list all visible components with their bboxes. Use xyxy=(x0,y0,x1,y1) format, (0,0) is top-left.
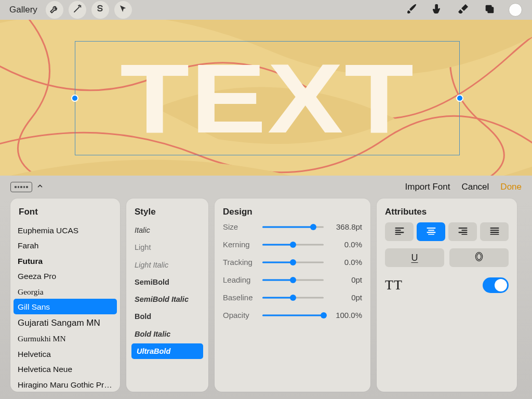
import-font-button[interactable]: Import Font xyxy=(405,182,450,192)
leading-label: Leading xyxy=(223,275,258,284)
canvas-text[interactable]: TEXT xyxy=(120,42,415,155)
leading-row: Leading 0pt xyxy=(223,275,362,284)
design-panel: Design Size 368.8pt Kerning 0.0% Trackin… xyxy=(215,198,370,392)
underline-button[interactable]: U xyxy=(385,248,444,267)
canvas[interactable]: TEXT xyxy=(0,20,532,176)
font-item[interactable]: Georgia xyxy=(10,284,120,299)
font-item[interactable]: Futura xyxy=(10,253,120,268)
font-item[interactable]: Geeza Pro xyxy=(10,268,120,283)
font-item[interactable]: Gurmukhi MN xyxy=(10,330,120,345)
tracking-slider[interactable] xyxy=(262,258,324,267)
opacity-slider[interactable] xyxy=(262,311,324,320)
transform-button[interactable] xyxy=(114,1,132,19)
style-item[interactable]: SemiBold Italic xyxy=(131,291,203,307)
align-center-icon xyxy=(426,227,436,237)
keyboard-toggle-button[interactable] xyxy=(10,182,44,192)
tracking-label: Tracking xyxy=(223,258,258,267)
tracking-row: Tracking 0.0% xyxy=(223,258,362,267)
kerning-label: Kerning xyxy=(223,240,258,249)
cancel-button[interactable]: Cancel xyxy=(461,182,489,192)
chevron-up-icon xyxy=(36,182,44,192)
alignment-row xyxy=(385,222,509,241)
style-list[interactable]: ItalicLightLight ItalicSemiBoldSemiBold … xyxy=(126,222,208,392)
style-item[interactable]: SemiBold xyxy=(131,274,203,290)
style-item[interactable]: UltraBold xyxy=(131,343,203,359)
resize-handle-right[interactable] xyxy=(456,95,463,102)
font-item[interactable]: Helvetica Neue xyxy=(10,361,120,376)
selection-button[interactable] xyxy=(91,1,109,19)
layers-icon xyxy=(484,3,495,17)
align-right-icon xyxy=(458,227,468,237)
size-slider[interactable] xyxy=(262,223,324,231)
opacity-label: Opacity xyxy=(223,311,258,320)
actions-button[interactable] xyxy=(46,1,63,19)
size-value: 368.8pt xyxy=(328,222,362,231)
attributes-panel: Attributes U xyxy=(377,198,517,392)
leading-slider[interactable] xyxy=(262,276,324,284)
baseline-slider[interactable] xyxy=(262,294,324,302)
outline-button[interactable] xyxy=(449,248,509,267)
align-right-button[interactable] xyxy=(448,222,477,241)
align-justify-button[interactable] xyxy=(480,222,509,241)
tracking-value: 0.0% xyxy=(328,258,362,267)
text-edit-panels: Font Euphemia UCASFarahFuturaGeeza ProGe… xyxy=(0,198,532,399)
smudge-button[interactable] xyxy=(427,1,448,19)
font-item[interactable]: Gujarati Sangam MN xyxy=(10,314,120,330)
font-panel-title: Font xyxy=(10,198,120,222)
text-bounding-box[interactable]: TEXT xyxy=(75,42,459,155)
eraser-icon xyxy=(457,3,470,17)
baseline-value: 0pt xyxy=(328,293,362,302)
style-item[interactable]: Italic xyxy=(131,222,203,238)
font-item[interactable]: Gill Sans xyxy=(14,299,117,314)
style-panel-title: Style xyxy=(126,198,208,222)
keyboard-icon xyxy=(10,182,32,192)
wand-icon xyxy=(72,4,82,16)
brush-button[interactable] xyxy=(401,1,422,19)
finger-icon xyxy=(431,3,444,17)
svg-point-20 xyxy=(477,254,481,260)
font-list[interactable]: Euphemia UCASFarahFuturaGeeza ProGeorgia… xyxy=(10,222,120,392)
kerning-row: Kerning 0.0% xyxy=(223,240,362,249)
font-item[interactable]: Hiragino Maru Gothic ProN xyxy=(10,377,120,392)
align-justify-icon xyxy=(489,227,500,237)
color-swatch-icon xyxy=(509,3,522,17)
align-left-icon xyxy=(394,227,405,237)
svg-rect-1 xyxy=(487,7,494,13)
paintbrush-icon xyxy=(405,3,418,17)
opacity-row: Opacity 100.0% xyxy=(223,311,362,320)
align-left-button[interactable] xyxy=(385,222,414,241)
capitals-label: TT xyxy=(385,277,403,293)
size-row: Size 368.8pt xyxy=(223,222,362,231)
adjustments-button[interactable] xyxy=(69,1,86,19)
selection-s-icon xyxy=(95,4,105,16)
align-center-button[interactable] xyxy=(417,222,445,241)
outline-icon xyxy=(474,251,484,264)
baseline-row: Baseline 0pt xyxy=(223,293,362,302)
font-item[interactable]: Euphemia UCAS xyxy=(10,222,120,237)
font-panel: Font Euphemia UCASFarahFuturaGeeza ProGe… xyxy=(10,198,120,392)
baseline-label: Baseline xyxy=(223,293,258,302)
eraser-button[interactable] xyxy=(453,1,474,19)
size-label: Size xyxy=(223,222,258,231)
opacity-value: 100.0% xyxy=(328,311,362,320)
color-swatch-button[interactable] xyxy=(505,1,526,19)
style-item[interactable]: Bold xyxy=(131,309,203,324)
gallery-button[interactable]: Gallery xyxy=(6,3,41,17)
style-item[interactable]: Light xyxy=(131,240,203,255)
top-toolbar: Gallery xyxy=(0,0,532,20)
font-item[interactable]: Helvetica xyxy=(10,346,120,361)
done-button[interactable]: Done xyxy=(500,182,522,192)
font-item[interactable]: Farah xyxy=(10,237,120,252)
wrench-icon xyxy=(49,4,59,16)
cursor-icon xyxy=(118,4,128,16)
text-panel-header: Import Font Cancel Done xyxy=(0,176,532,198)
style-item[interactable]: Light Italic xyxy=(131,257,203,273)
capitals-toggle[interactable] xyxy=(483,277,509,293)
style-item[interactable]: Bold Italic xyxy=(131,326,203,342)
layers-button[interactable] xyxy=(479,1,500,19)
style-panel: Style ItalicLightLight ItalicSemiBoldSem… xyxy=(126,198,208,392)
resize-handle-left[interactable] xyxy=(71,95,78,102)
leading-value: 0pt xyxy=(328,275,362,284)
kerning-slider[interactable] xyxy=(262,241,324,249)
kerning-value: 0.0% xyxy=(328,240,362,249)
